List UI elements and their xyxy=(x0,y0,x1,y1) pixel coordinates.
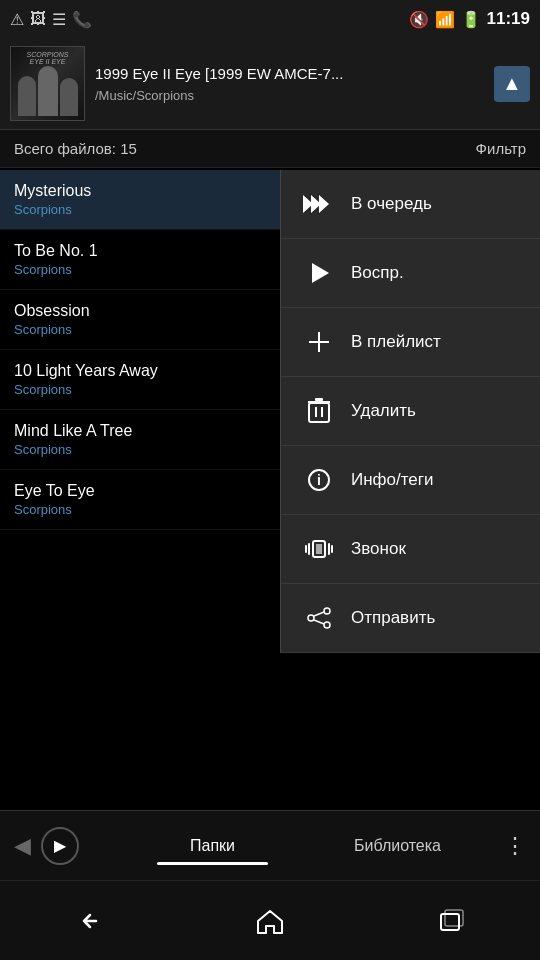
image-icon: 🖼 xyxy=(30,10,46,28)
svg-rect-15 xyxy=(308,543,310,555)
context-play-label: Воспр. xyxy=(351,263,404,283)
context-menu-play[interactable]: Воспр. xyxy=(281,239,540,308)
svg-rect-5 xyxy=(309,341,329,343)
bottom-nav: ◀ ▶ Папки Библиотека ⋮ xyxy=(0,810,540,880)
phone-icon: 📞 xyxy=(72,10,92,29)
svg-rect-25 xyxy=(445,910,463,926)
svg-rect-6 xyxy=(309,403,329,422)
context-playlist-label: В плейлист xyxy=(351,332,441,352)
status-icons-left: ⚠ 🖼 ☰ 📞 xyxy=(10,10,92,29)
svg-rect-10 xyxy=(315,398,323,401)
playback-controls: ◀ ▶ xyxy=(0,827,120,865)
main-content: Mysterious Scorpions To Be No. 1 Scorpio… xyxy=(0,128,540,810)
context-menu-info[interactable]: i Инфо/теги xyxy=(281,446,540,515)
svg-point-19 xyxy=(308,615,314,621)
status-icons-right: 🔇 📶 🔋 11:19 xyxy=(409,9,530,29)
delete-icon xyxy=(301,393,337,429)
svg-rect-24 xyxy=(441,914,459,930)
tab-folders[interactable]: Папки xyxy=(120,827,305,865)
back-button[interactable] xyxy=(60,891,120,951)
scroll-up-button[interactable]: ▲ xyxy=(494,66,530,102)
svg-line-22 xyxy=(314,612,324,616)
context-queue-label: В очередь xyxy=(351,194,432,214)
more-button[interactable]: ⋮ xyxy=(490,833,540,859)
album-art: SCORPIONSEYE II EYE xyxy=(10,46,85,121)
add-icon xyxy=(301,324,337,360)
info-icon: i xyxy=(301,462,337,498)
svg-rect-16 xyxy=(328,543,330,555)
context-menu-playlist[interactable]: В плейлист xyxy=(281,308,540,377)
svg-rect-7 xyxy=(315,407,317,417)
context-menu-queue[interactable]: В очередь xyxy=(281,170,540,239)
context-delete-label: Удалить xyxy=(351,401,416,421)
tab-library[interactable]: Библиотека xyxy=(305,827,490,865)
android-nav-bar xyxy=(0,880,540,960)
svg-rect-14 xyxy=(316,544,322,554)
svg-point-20 xyxy=(324,608,330,614)
svg-line-23 xyxy=(314,620,324,624)
now-playing-path: /Music/Scorpions xyxy=(95,88,484,103)
mute-icon: 🔇 xyxy=(409,10,429,29)
context-info-label: Инфо/теги xyxy=(351,470,434,490)
context-menu: В очередь Воспр. В пл xyxy=(280,170,540,653)
home-button[interactable] xyxy=(240,891,300,951)
play-icon xyxy=(301,255,337,291)
menu-icon: ☰ xyxy=(52,10,66,29)
svg-marker-2 xyxy=(319,195,329,213)
context-ringtone-label: Звонок xyxy=(351,539,406,559)
svg-marker-3 xyxy=(312,263,329,283)
svg-text:i: i xyxy=(317,472,321,488)
album-band-text: SCORPIONSEYE II EYE xyxy=(13,51,82,65)
previous-button[interactable]: ◀ xyxy=(14,833,31,859)
signal-icon: 📶 xyxy=(435,10,455,29)
context-menu-send[interactable]: Отправить xyxy=(281,584,540,653)
status-bar: ⚠ 🖼 ☰ 📞 🔇 📶 🔋 11:19 xyxy=(0,0,540,38)
svg-point-21 xyxy=(324,622,330,628)
context-menu-ringtone[interactable]: Звонок xyxy=(281,515,540,584)
now-playing-bar[interactable]: SCORPIONSEYE II EYE 1999 Eye II Eye [199… xyxy=(0,38,540,130)
recent-apps-button[interactable] xyxy=(420,891,480,951)
context-menu-delete[interactable]: Удалить xyxy=(281,377,540,446)
nav-tabs: Папки Библиотека xyxy=(120,827,490,865)
send-icon xyxy=(301,600,337,636)
warning-icon: ⚠ xyxy=(10,10,24,29)
now-playing-title: 1999 Eye II Eye [1999 EW AMCE-7... xyxy=(95,64,484,84)
svg-rect-8 xyxy=(321,407,323,417)
svg-rect-9 xyxy=(308,401,330,403)
ringtone-icon xyxy=(301,531,337,567)
play-button[interactable]: ▶ xyxy=(41,827,79,865)
svg-rect-18 xyxy=(331,545,333,553)
battery-icon: 🔋 xyxy=(461,10,481,29)
now-playing-info: 1999 Eye II Eye [1999 EW AMCE-7... /Musi… xyxy=(85,64,494,103)
queue-icon xyxy=(301,186,337,222)
track-list: Mysterious Scorpions To Be No. 1 Scorpio… xyxy=(0,170,540,810)
status-time: 11:19 xyxy=(487,9,530,29)
svg-rect-17 xyxy=(305,545,307,553)
context-send-label: Отправить xyxy=(351,608,435,628)
